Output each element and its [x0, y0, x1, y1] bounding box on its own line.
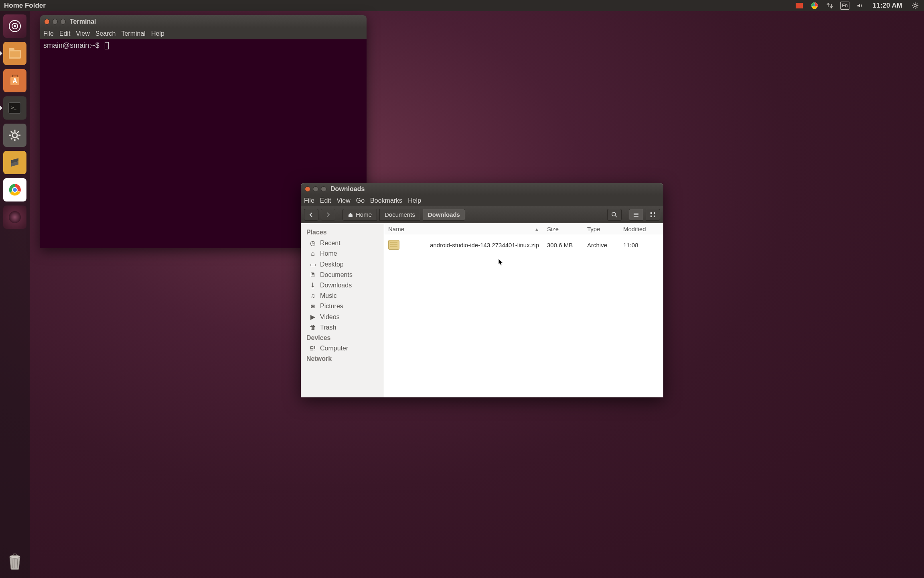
svg-rect-16	[9, 48, 14, 51]
svg-point-14	[14, 25, 16, 27]
file-name: android-studio-ide-143.2734401-linux.zip	[430, 242, 539, 248]
menu-view[interactable]: View	[336, 197, 350, 204]
keyboard-indicator[interactable]: En	[840, 2, 849, 10]
search-button[interactable]	[607, 209, 622, 221]
svg-line-11	[917, 4, 918, 4]
svg-rect-48	[654, 216, 655, 217]
sidebar-desktop[interactable]: ▭Desktop	[301, 259, 384, 270]
svg-point-33	[12, 187, 17, 192]
svg-point-34	[9, 211, 21, 223]
svg-line-8	[913, 4, 914, 4]
launcher-software-center[interactable]: A	[3, 69, 26, 92]
sound-icon[interactable]	[855, 2, 865, 10]
svg-rect-0	[796, 3, 803, 8]
list-icon	[633, 212, 639, 218]
terminal-titlebar[interactable]: Terminal	[40, 15, 367, 28]
breadcrumb-downloads[interactable]: Downloads	[423, 209, 465, 221]
launcher-workspace[interactable]	[3, 206, 26, 229]
sidebar-videos[interactable]: ▶Videos	[301, 311, 384, 322]
file-type: Archive	[583, 239, 619, 251]
sidebar-home[interactable]: ⌂Home	[301, 248, 384, 259]
clock[interactable]: 11:20 AM	[873, 2, 902, 10]
menu-help[interactable]: Help	[151, 30, 164, 37]
filemgr-titlebar[interactable]: Downloads	[301, 183, 663, 195]
chevron-right-icon	[325, 212, 331, 218]
maximize-button[interactable]	[60, 19, 66, 24]
sidebar-music[interactable]: ♫Music	[301, 291, 384, 301]
minimize-button[interactable]	[52, 19, 58, 24]
recording-indicator[interactable]	[794, 2, 804, 10]
document-icon: 🗎	[310, 271, 316, 279]
chrome-notify-icon[interactable]	[810, 2, 819, 10]
breadcrumb-documents[interactable]: Documents	[379, 209, 420, 221]
minimize-button[interactable]	[313, 186, 318, 192]
menu-bookmarks[interactable]: Bookmarks	[370, 197, 402, 204]
column-size[interactable]: Size	[543, 223, 583, 235]
column-name[interactable]: Name▲	[384, 223, 543, 235]
session-gear-icon[interactable]	[910, 2, 920, 10]
network-updown-icon[interactable]	[825, 2, 835, 10]
trash-icon: 🗑	[310, 324, 316, 331]
launcher-files[interactable]	[3, 42, 26, 65]
menu-edit[interactable]: Edit	[320, 197, 331, 204]
svg-point-3	[914, 4, 916, 7]
file-manager-window: Downloads File Edit View Go Bookmarks He…	[301, 183, 663, 397]
menu-file[interactable]: File	[43, 30, 54, 37]
svg-rect-47	[650, 216, 652, 217]
sidebar-trash[interactable]: 🗑Trash	[301, 322, 384, 333]
sidebar-network-header: Network	[301, 354, 384, 364]
indicator-area: En 11:20 AM	[794, 2, 920, 10]
sort-asc-icon: ▲	[535, 227, 539, 232]
menu-go[interactable]: Go	[356, 197, 365, 204]
file-modified: 11:08	[619, 239, 663, 251]
launcher-trash[interactable]	[3, 549, 26, 572]
svg-line-10	[913, 7, 914, 8]
sidebar-devices-header: Devices	[301, 333, 384, 343]
file-list-header: Name▲ Size Type Modified	[384, 223, 663, 235]
svg-text:A: A	[12, 77, 17, 84]
top-menubar: Home Folder En 11:20 AM	[0, 0, 924, 11]
menu-search[interactable]: Search	[95, 30, 116, 37]
file-list: Name▲ Size Type Modified android-studio-…	[384, 223, 663, 397]
launcher-terminal[interactable]: >_	[3, 96, 26, 120]
sidebar-pictures[interactable]: ◙Pictures	[301, 301, 384, 311]
view-grid-button[interactable]	[646, 209, 660, 221]
menu-file[interactable]: File	[304, 197, 314, 204]
launcher: A >_	[0, 11, 30, 578]
column-modified[interactable]: Modified	[619, 223, 663, 235]
menu-help[interactable]: Help	[408, 197, 421, 204]
close-button[interactable]	[44, 19, 50, 24]
maximize-button[interactable]	[321, 186, 326, 192]
sidebar-places-header: Places	[301, 227, 384, 238]
sidebar-documents[interactable]: 🗎Documents	[301, 270, 384, 280]
grid-icon	[650, 212, 656, 218]
launcher-settings[interactable]	[3, 124, 26, 147]
mouse-cursor	[498, 258, 504, 267]
svg-line-29	[11, 138, 12, 139]
breadcrumb-home[interactable]: Home	[342, 209, 377, 221]
sidebar-downloads[interactable]: ⭳Downloads	[301, 280, 384, 291]
menu-view[interactable]: View	[76, 30, 89, 37]
view-list-button[interactable]	[629, 209, 643, 221]
column-type[interactable]: Type	[583, 223, 619, 235]
filemgr-sidebar: Places ◷Recent ⌂Home ▭Desktop 🗎Documents…	[301, 223, 384, 397]
sidebar-recent[interactable]: ◷Recent	[301, 238, 384, 248]
active-app-title: Home Folder	[4, 2, 46, 10]
menu-edit[interactable]: Edit	[59, 30, 71, 37]
chevron-left-icon	[308, 212, 314, 218]
terminal-cursor	[105, 42, 109, 49]
svg-line-41	[615, 216, 617, 217]
launcher-chrome[interactable]	[3, 178, 26, 201]
nav-forward-button[interactable]	[321, 209, 335, 221]
svg-line-28	[17, 138, 19, 139]
svg-line-27	[11, 131, 12, 133]
launcher-dash[interactable]	[3, 14, 26, 38]
sidebar-computer[interactable]: 🖳Computer	[301, 343, 384, 354]
svg-line-9	[917, 7, 918, 8]
launcher-sublime[interactable]	[3, 151, 26, 174]
file-row[interactable]: android-studio-ide-143.2734401-linux.zip…	[384, 235, 663, 254]
svg-rect-17	[10, 51, 20, 57]
nav-back-button[interactable]	[304, 209, 318, 221]
close-button[interactable]	[305, 186, 310, 192]
menu-terminal[interactable]: Terminal	[121, 30, 145, 37]
